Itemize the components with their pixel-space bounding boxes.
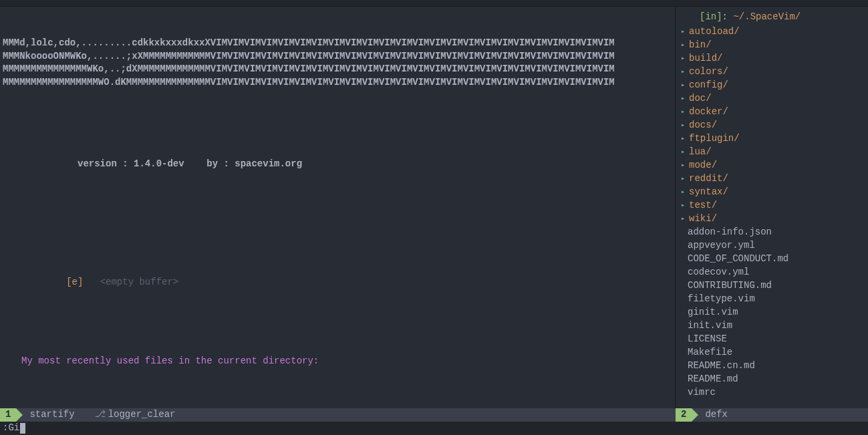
chevron-right-icon: ▸ <box>681 188 685 197</box>
tree-dir[interactable]: ▸build/ <box>681 52 863 65</box>
file-name: LICENSE <box>688 333 727 346</box>
tree-dir[interactable]: ▸docs/ <box>681 119 863 132</box>
separator-icon <box>82 408 88 422</box>
chevron-right-icon: ▸ <box>681 81 685 90</box>
tree-dir[interactable]: ▸reddit/ <box>681 172 863 186</box>
title-bar <box>0 0 868 7</box>
tree-dir[interactable]: ▸mode/ <box>681 159 863 172</box>
tree-file[interactable]: init.vim <box>681 319 863 333</box>
startify-buffer[interactable]: MMMd,lolc,cdo,.........cdkkxkxxxdkxxXVIM… <box>0 7 675 408</box>
cursor <box>20 423 25 434</box>
tree-dir[interactable]: ▸wiki/ <box>681 212 863 226</box>
ascii-art: MMMd,lolc,cdo,.........cdkkxkxxxdkxxXVIM… <box>3 37 672 89</box>
command-line[interactable]: :Gi <box>0 422 868 435</box>
file-name: vimrc <box>688 386 716 400</box>
tree-dir[interactable]: ▸lua/ <box>681 146 863 159</box>
file-name: appveyor.yml <box>688 239 755 253</box>
entry-label: <empty buffer> <box>100 277 179 287</box>
tree-file[interactable]: vimrc <box>681 386 863 400</box>
dir-name: test/ <box>689 199 717 212</box>
tree-dir[interactable]: ▸docker/ <box>681 106 863 119</box>
dir-name: colors/ <box>689 65 728 79</box>
dir-name: autoload/ <box>689 25 740 39</box>
file-name: ginit.vim <box>688 306 738 319</box>
tree-dir[interactable]: ▸syntax/ <box>681 186 863 199</box>
branch-icon: ⎇ <box>95 409 106 420</box>
chevron-right-icon: ▸ <box>681 201 685 210</box>
chevron-right-icon: ▸ <box>681 161 685 170</box>
dir-name: doc/ <box>689 92 712 106</box>
separator-icon <box>16 408 23 422</box>
tree-dir[interactable]: ▸doc/ <box>681 92 863 106</box>
dir-name: mode/ <box>689 159 717 172</box>
branch-name: logger_clear <box>108 409 176 420</box>
main-area: MMMd,lolc,cdo,.........cdkkxkxxxdkxxXVIM… <box>0 7 868 408</box>
window-number-badge: 2 <box>676 408 692 422</box>
tree-file[interactable]: CONTRIBUTING.md <box>681 279 863 293</box>
chevron-right-icon: ▸ <box>681 41 685 50</box>
file-name: README.cn.md <box>688 359 755 373</box>
statusbar-right: 2 defx <box>676 408 868 422</box>
tree-file[interactable]: README.cn.md <box>681 359 863 373</box>
tree-dir[interactable]: ▸bin/ <box>681 39 863 52</box>
ascii-line: MMMNkooooONMWKo,......;xXMMMMMMMMMMMMVIM… <box>3 50 672 63</box>
file-name: codecov.yml <box>688 266 749 279</box>
file-tree[interactable]: [in]: ~/.SpaceVim/ ▸autoload/▸bin/▸build… <box>676 7 868 408</box>
tree-dir[interactable]: ▸config/ <box>681 79 863 92</box>
tree-file[interactable]: LICENSE <box>681 333 863 346</box>
dir-name: lua/ <box>689 146 712 159</box>
tree-dir[interactable]: ▸ftplugin/ <box>681 132 863 146</box>
tree-header: [in]: ~/.SpaceVim/ <box>681 11 863 24</box>
ascii-line: MMMMMMMMMMMMMMMMMWO.dKMMMMMMMMMMMMMMMVIM… <box>3 76 672 90</box>
empty-buffer-entry[interactable]: [e] <empty buffer> <box>3 263 672 277</box>
git-branch-segment: ⎇logger_clear <box>88 408 182 422</box>
tree-dir[interactable]: ▸autoload/ <box>681 25 863 39</box>
tree-dir[interactable]: ▸colors/ <box>681 65 863 79</box>
dir-name: docker/ <box>689 106 728 119</box>
file-name: Makefile <box>688 346 732 359</box>
file-name: README.md <box>688 373 738 386</box>
chevron-right-icon: ▸ <box>681 174 685 184</box>
tree-files: addon-info.jsonappveyor.ymlCODE_OF_CONDU… <box>681 226 863 400</box>
chevron-right-icon: ▸ <box>681 214 685 224</box>
tree-file[interactable]: Makefile <box>681 346 863 359</box>
command-text: :Gi <box>3 422 19 435</box>
chevron-right-icon: ▸ <box>681 94 685 104</box>
tree-file[interactable]: filetype.vim <box>681 293 863 306</box>
tree-file[interactable]: codecov.yml <box>681 266 863 279</box>
dir-name: ftplugin/ <box>689 132 740 146</box>
right-pane: [in]: ~/.SpaceVim/ ▸autoload/▸bin/▸build… <box>676 7 868 408</box>
chevron-right-icon: ▸ <box>681 108 685 117</box>
file-name: addon-info.json <box>688 226 772 239</box>
separator-icon <box>692 408 698 422</box>
file-name: CONTRIBUTING.md <box>688 279 772 293</box>
ascii-line: MMMd,lolc,cdo,.........cdkkxkxxxdkxxXVIM… <box>3 37 672 50</box>
tree-file[interactable]: ginit.vim <box>681 306 863 319</box>
dir-name: docs/ <box>689 119 717 132</box>
buffer-name: startify <box>23 408 81 422</box>
tree-dir[interactable]: ▸test/ <box>681 199 863 212</box>
chevron-right-icon: ▸ <box>681 27 685 37</box>
dir-name: config/ <box>689 79 728 92</box>
dir-name: bin/ <box>689 39 712 52</box>
dir-name: build/ <box>689 52 722 65</box>
dir-name: wiki/ <box>689 212 717 226</box>
tree-file[interactable]: appveyor.yml <box>681 239 863 253</box>
chevron-right-icon: ▸ <box>681 134 685 144</box>
tree-file[interactable]: addon-info.json <box>681 226 863 239</box>
mru-dir-header: My most recently used files in the curre… <box>3 355 672 368</box>
chevron-right-icon: ▸ <box>681 54 685 63</box>
tree-root-path: ~/.SpaceVim/ <box>733 11 801 24</box>
statusbar-left: 1 startify ⎇logger_clear <box>0 408 676 422</box>
buffer-name: defx <box>698 408 734 422</box>
left-pane: MMMd,lolc,cdo,.........cdkkxkxxxdkxxXVIM… <box>0 7 676 408</box>
tree-dirs: ▸autoload/▸bin/▸build/▸colors/▸config/▸d… <box>681 25 863 226</box>
tree-file[interactable]: README.md <box>681 373 863 386</box>
chevron-right-icon: ▸ <box>681 121 685 130</box>
version-line: version : 1.4.0-dev by : spacevim.org <box>3 158 672 171</box>
tree-file[interactable]: CODE_OF_CONDUCT.md <box>681 253 863 266</box>
window-number-badge: 1 <box>0 408 16 422</box>
statusbars: 1 startify ⎇logger_clear 2 defx <box>0 408 868 422</box>
dir-name: syntax/ <box>689 186 728 199</box>
chevron-right-icon: ▸ <box>681 148 685 157</box>
